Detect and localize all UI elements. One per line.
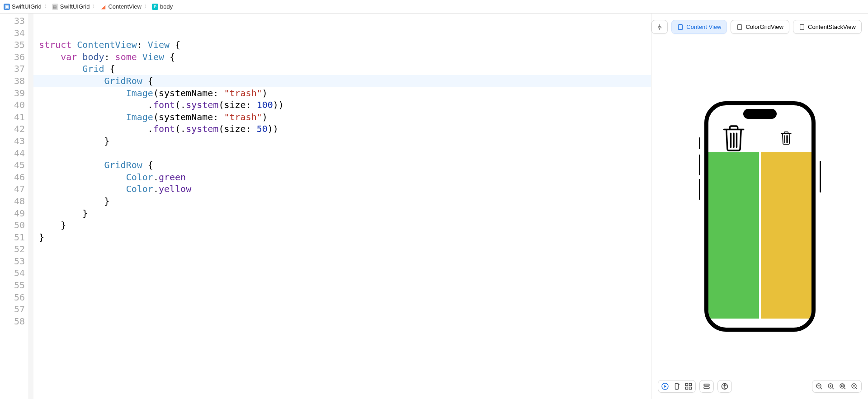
code-area[interactable]: struct ContentView: View { var body: som…: [33, 14, 651, 399]
folder-icon: ▤: [52, 4, 58, 10]
crumb-separator: 〉: [91, 3, 98, 10]
svg-rect-8: [689, 387, 692, 390]
code-line[interactable]: [33, 315, 651, 328]
line-number: 35: [0, 39, 25, 51]
code-line[interactable]: [33, 27, 651, 39]
device-icon[interactable]: [673, 383, 680, 390]
grid-cell-green: [708, 152, 759, 319]
svg-rect-7: [686, 387, 688, 390]
app-icon: ▣: [4, 4, 10, 10]
play-icon[interactable]: [661, 383, 669, 390]
line-number: 37: [0, 63, 25, 75]
code-line[interactable]: Image(systemName: "trash"): [33, 111, 651, 123]
line-gutter: 3334353637383940414243444546474849505152…: [0, 14, 29, 399]
preview-tab-label: ContentStackView: [808, 23, 856, 30]
preview-tab-colorgridview[interactable]: ColorGridView: [731, 20, 789, 34]
crumb-folder[interactable]: ▤ SwiftUIGrid: [52, 3, 90, 10]
code-line[interactable]: .font(.system(size: 50)): [33, 123, 651, 135]
code-line[interactable]: Image(systemName: "trash"): [33, 87, 651, 99]
preview-tab-contentstackview[interactable]: ContentStackView: [793, 20, 862, 34]
zoom-out-icon[interactable]: [816, 383, 823, 390]
svg-rect-0: [679, 24, 683, 29]
code-line[interactable]: }: [33, 231, 651, 244]
code-line[interactable]: Color.green: [33, 171, 651, 183]
line-number: 42: [0, 123, 25, 135]
crumb-label: ContentView: [108, 3, 141, 10]
code-line[interactable]: [33, 291, 651, 304]
line-number: 55: [0, 279, 25, 291]
zoom-fit-icon[interactable]: [839, 383, 846, 390]
preview-panel: Content View ColorGridView ContentStackV…: [651, 14, 868, 399]
line-number: 38: [0, 75, 25, 87]
line-number: 39: [0, 87, 25, 99]
code-line[interactable]: [33, 303, 651, 315]
canvas-zoom-controls: [812, 380, 862, 393]
canvas-area[interactable]: [651, 14, 868, 399]
pin-button[interactable]: [651, 20, 668, 34]
svg-rect-2: [800, 24, 804, 29]
swift-icon: ◢: [100, 4, 106, 10]
preview-tab-content-view[interactable]: Content View: [671, 20, 727, 34]
line-number: 40: [0, 99, 25, 111]
code-line[interactable]: [33, 147, 651, 160]
accessibility-icon[interactable]: [721, 383, 728, 390]
zoom-100-icon[interactable]: [827, 383, 835, 390]
grid-cell-trash-large: [708, 124, 759, 152]
preview-tabs: Content View ColorGridView ContentStackV…: [651, 20, 862, 34]
code-line[interactable]: GridRow {: [33, 159, 651, 171]
crumb-symbol[interactable]: P body: [152, 3, 173, 10]
code-line[interactable]: Color.yellow: [33, 183, 651, 195]
code-line[interactable]: struct ContentView: View {: [33, 39, 651, 51]
preview-tab-label: Content View: [686, 23, 721, 30]
main-split: 3334353637383940414243444546474849505152…: [0, 14, 868, 399]
trash-icon: [780, 131, 792, 145]
line-number: 51: [0, 231, 25, 244]
document-icon: [799, 24, 805, 30]
svg-rect-16: [841, 385, 843, 387]
svg-point-12: [724, 385, 725, 385]
zoom-in-icon[interactable]: [851, 383, 858, 390]
fold-strip: [29, 14, 33, 399]
line-number: 34: [0, 27, 25, 39]
property-icon: P: [152, 4, 158, 10]
preview-tab-label: ColorGridView: [745, 23, 783, 30]
crumb-project[interactable]: ▣ SwiftUIGrid: [4, 3, 42, 10]
svg-rect-9: [704, 384, 709, 386]
line-number: 48: [0, 195, 25, 207]
line-number: 57: [0, 303, 25, 315]
line-number: 47: [0, 183, 25, 195]
grid-cell-yellow: [761, 152, 811, 319]
document-icon: [677, 24, 684, 30]
code-line[interactable]: }: [33, 135, 651, 147]
code-line[interactable]: [33, 279, 651, 291]
crumb-label: SwiftUIGrid: [12, 3, 42, 10]
code-line[interactable]: }: [33, 219, 651, 231]
code-line[interactable]: [33, 267, 651, 279]
line-number: 43: [0, 135, 25, 147]
variants-icon[interactable]: [685, 383, 692, 390]
code-line[interactable]: }: [33, 195, 651, 207]
code-line[interactable]: [33, 243, 651, 255]
code-line[interactable]: [33, 15, 651, 27]
code-line[interactable]: .font(.system(size: 100)): [33, 99, 651, 111]
svg-rect-4: [675, 384, 679, 390]
code-line[interactable]: }: [33, 207, 651, 220]
crumb-file[interactable]: ◢ ContentView: [100, 3, 141, 10]
pin-icon: [656, 24, 663, 30]
code-line[interactable]: [33, 255, 651, 268]
svg-rect-1: [738, 24, 742, 29]
line-number: 52: [0, 243, 25, 255]
code-editor[interactable]: 3334353637383940414243444546474849505152…: [0, 14, 651, 399]
code-line[interactable]: GridRow {: [33, 75, 651, 87]
crumb-separator: 〉: [143, 3, 150, 10]
svg-point-15: [840, 384, 844, 388]
code-line[interactable]: Grid {: [33, 63, 651, 75]
layout-icon[interactable]: [703, 383, 710, 390]
dynamic-island: [743, 109, 777, 119]
line-number: 49: [0, 207, 25, 220]
line-number: 50: [0, 219, 25, 231]
line-number: 44: [0, 147, 25, 160]
svg-rect-6: [689, 384, 692, 386]
code-line[interactable]: var body: some View {: [33, 51, 651, 63]
line-number: 56: [0, 291, 25, 304]
